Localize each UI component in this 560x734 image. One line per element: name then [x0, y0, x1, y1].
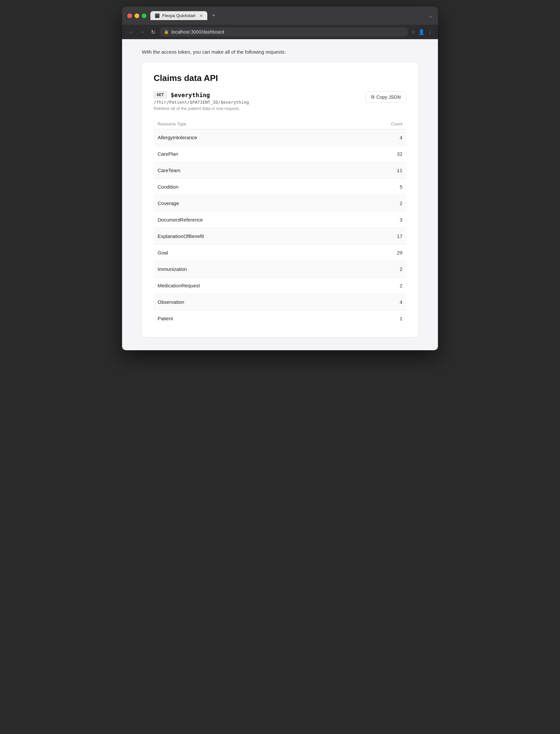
count-cell: 17: [340, 228, 406, 244]
endpoint-header: GET $everything /fhir/Patient/$PATIENT_I…: [154, 91, 406, 111]
profile-icon[interactable]: 👤: [418, 29, 425, 35]
lock-icon: 🔒: [164, 30, 169, 34]
table-row: Coverage2: [154, 195, 406, 212]
forward-button[interactable]: →: [139, 28, 146, 36]
resource-type-cell: AllergyIntolerance: [154, 129, 340, 146]
col-count: Count: [340, 119, 406, 129]
resource-type-cell: Goal: [154, 244, 340, 261]
table-row: Condition5: [154, 179, 406, 195]
refresh-button[interactable]: ↻: [150, 28, 157, 37]
count-cell: 4: [340, 129, 406, 146]
count-cell: 4: [340, 294, 406, 310]
table-row: Observation4: [154, 294, 406, 310]
resource-type-cell: CareTeam: [154, 162, 340, 179]
tab-favicon: ▲: [155, 13, 160, 18]
table-header-row: Resource Type Count: [154, 119, 406, 129]
count-cell: 11: [340, 162, 406, 179]
table-row: Patient1: [154, 310, 406, 327]
copy-json-button[interactable]: ⧉ Copy JSON: [366, 91, 406, 103]
endpoint-path: /fhir/Patient/$PATIENT_ID/$everything: [154, 100, 366, 105]
toolbar-actions: ☆ 👤 ⋮: [411, 29, 433, 35]
maximize-button[interactable]: [142, 13, 146, 18]
active-tab[interactable]: ▲ Flexpa Quickstart ✕: [150, 11, 207, 20]
traffic-lights: [127, 13, 146, 18]
resource-table: Resource Type Count AllergyIntolerance4C…: [154, 119, 406, 326]
count-cell: 2: [340, 195, 406, 212]
copy-icon: ⧉: [371, 94, 374, 100]
method-badge: GET: [154, 91, 167, 98]
resource-type-cell: Observation: [154, 294, 340, 310]
table-row: MedicationRequest2: [154, 277, 406, 294]
count-cell: 5: [340, 179, 406, 195]
endpoint-name: $everything: [171, 91, 210, 98]
endpoint-description: Retrieve all of the patient data in one …: [154, 106, 366, 111]
browser-content: With the access token, you can make all …: [122, 39, 438, 350]
count-cell: 2: [340, 277, 406, 294]
tab-overflow-button[interactable]: ⌄: [429, 13, 433, 18]
resource-type-cell: MedicationRequest: [154, 277, 340, 294]
browser-titlebar: ▲ Flexpa Quickstart ✕ + ⌄: [122, 7, 438, 25]
table-row: Immunization2: [154, 261, 406, 277]
col-resource-type: Resource Type: [154, 119, 340, 129]
claims-data-card: Claims data API GET $everything /fhir/Pa…: [142, 63, 418, 337]
table-row: ExplanationOfBenefit17: [154, 228, 406, 244]
new-tab-button[interactable]: +: [210, 12, 217, 20]
resource-type-cell: Coverage: [154, 195, 340, 212]
tab-bar: ▲ Flexpa Quickstart ✕ + ⌄: [150, 11, 433, 20]
browser-window: ▲ Flexpa Quickstart ✕ + ⌄ ← → ↻ 🔒 localh…: [122, 7, 438, 350]
address-bar[interactable]: 🔒 localhost:3000/dashboard: [160, 27, 408, 37]
back-button[interactable]: ←: [127, 28, 135, 36]
resource-type-cell: DocumentReference: [154, 212, 340, 228]
table-row: CarePlan32: [154, 146, 406, 162]
endpoint-title-row: GET $everything: [154, 91, 366, 98]
resource-type-cell: Condition: [154, 179, 340, 195]
count-cell: 3: [340, 212, 406, 228]
table-row: Goal29: [154, 244, 406, 261]
intro-text: With the access token, you can make all …: [142, 49, 418, 55]
url-text: localhost:3000/dashboard: [171, 29, 224, 35]
minimize-button[interactable]: [135, 13, 139, 18]
close-tab-icon[interactable]: ✕: [199, 13, 203, 18]
table-row: DocumentReference3: [154, 212, 406, 228]
menu-icon[interactable]: ⋮: [427, 29, 433, 35]
resource-type-cell: Patient: [154, 310, 340, 327]
bookmark-icon[interactable]: ☆: [411, 29, 416, 35]
card-title: Claims data API: [154, 73, 406, 83]
count-cell: 32: [340, 146, 406, 162]
resource-type-cell: CarePlan: [154, 146, 340, 162]
copy-json-label: Copy JSON: [376, 94, 401, 100]
tab-title: Flexpa Quickstart: [162, 13, 195, 18]
count-cell: 1: [340, 310, 406, 327]
table-row: AllergyIntolerance4: [154, 129, 406, 146]
endpoint-left: GET $everything /fhir/Patient/$PATIENT_I…: [154, 91, 366, 111]
count-cell: 2: [340, 261, 406, 277]
resource-type-cell: ExplanationOfBenefit: [154, 228, 340, 244]
table-row: CareTeam11: [154, 162, 406, 179]
resource-table-body: AllergyIntolerance4CarePlan32CareTeam11C…: [154, 129, 406, 327]
endpoint-section: GET $everything /fhir/Patient/$PATIENT_I…: [154, 91, 406, 111]
count-cell: 29: [340, 244, 406, 261]
page-content: With the access token, you can make all …: [122, 39, 438, 350]
resource-type-cell: Immunization: [154, 261, 340, 277]
close-button[interactable]: [127, 13, 132, 18]
browser-toolbar: ← → ↻ 🔒 localhost:3000/dashboard ☆ 👤 ⋮: [122, 25, 438, 39]
